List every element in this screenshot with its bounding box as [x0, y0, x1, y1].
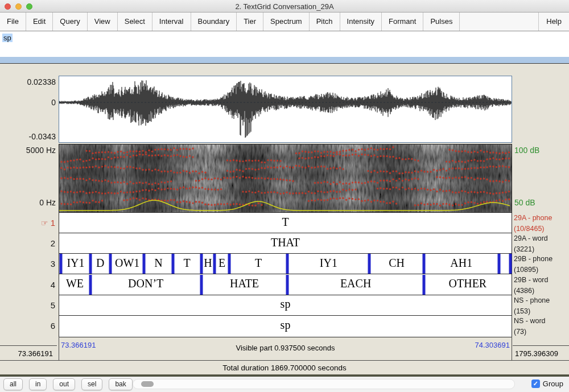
tier3-interval[interactable]: CH [369, 254, 423, 274]
tier3-interval[interactable]: T [229, 254, 288, 274]
interval-boundary[interactable] [89, 254, 92, 274]
interval-label: OTHER [424, 277, 512, 290]
interval-boundary[interactable] [509, 254, 512, 274]
sel-button[interactable]: sel [81, 378, 102, 390]
interval-label: THAT [59, 236, 512, 249]
interval-text-field[interactable]: sp [0, 31, 569, 57]
horizontal-scrollbar[interactable] [133, 379, 515, 389]
spectrogram-panel[interactable] [59, 144, 512, 213]
menu-tier[interactable]: Tier [237, 13, 263, 31]
tier-number-2[interactable]: 2 [23, 238, 55, 248]
interval-boundary[interactable] [286, 254, 289, 274]
menu-intensity[interactable]: Intensity [340, 13, 382, 31]
interval-label: T [173, 257, 201, 270]
tier-row-1[interactable]: T [59, 213, 512, 233]
interval-boundary[interactable] [200, 275, 203, 295]
visible-end-time: 74.303691 [475, 341, 510, 349]
tier-name-label[interactable]: 29A - phone [514, 214, 568, 222]
tier-row-3[interactable]: IY1DOW1NTHETIY1CHAH1 [59, 254, 512, 274]
interval-boundary[interactable] [228, 254, 230, 274]
tier-name-label[interactable]: 29B - word [514, 276, 568, 284]
menu-query[interactable]: Query [53, 13, 87, 31]
interval-boundary[interactable] [286, 275, 289, 295]
scrollbar-thumb[interactable] [141, 381, 154, 387]
interval-boundary[interactable] [200, 254, 203, 274]
tier3-interval[interactable]: AH1 [424, 254, 499, 274]
tier3-interval[interactable]: H [201, 254, 215, 274]
interval-boundary[interactable] [213, 254, 216, 274]
tier6-interval[interactable]: sp [59, 316, 512, 336]
menu-pitch[interactable]: Pitch [310, 13, 340, 31]
tier-name-label[interactable]: NS - word [514, 317, 568, 325]
menu-pulses[interactable]: Pulses [423, 13, 460, 31]
in-button[interactable]: in [29, 378, 47, 390]
interval-label: IY1 [287, 257, 369, 270]
tier4-interval[interactable]: HATE [201, 275, 288, 295]
menu-help[interactable]: Help [538, 13, 569, 31]
tier4-interval[interactable]: OTHER [424, 275, 512, 295]
selected-tier-hand-icon: ☞ [41, 218, 48, 228]
tier-row-6[interactable]: sp [59, 316, 512, 336]
interval-boundary[interactable] [109, 254, 112, 274]
tier1-interval[interactable]: T [59, 213, 512, 233]
tier4-interval[interactable]: DON’T [90, 275, 201, 295]
interval-boundary[interactable] [497, 254, 500, 274]
tier5-interval[interactable]: sp [59, 295, 512, 315]
menu-select[interactable]: Select [118, 13, 152, 31]
tier-number-3[interactable]: 3 [23, 259, 55, 269]
interval-boundary[interactable] [171, 254, 174, 274]
tier3-interval[interactable]: E [215, 254, 229, 274]
tier-number-5[interactable]: 5 [23, 300, 55, 310]
interval-boundary[interactable] [422, 275, 425, 295]
tier-count-label: (10/8465) [514, 225, 568, 233]
interval-boundary[interactable] [89, 275, 92, 295]
tier-name-label[interactable]: 29A - word [514, 234, 568, 242]
tier3-interval[interactable]: IY1 [287, 254, 369, 274]
interval-label: D [90, 257, 110, 270]
menu-view[interactable]: View [88, 13, 118, 31]
interval-boundary[interactable] [368, 254, 371, 274]
tier4-interval[interactable]: EACH [287, 275, 423, 295]
menu-interval[interactable]: Interval [152, 13, 191, 31]
menu-spectrum[interactable]: Spectrum [263, 13, 310, 31]
tier-name-label[interactable]: NS - phone [514, 296, 568, 304]
menu-edit[interactable]: Edit [26, 13, 53, 31]
tier3-interval[interactable]: D [90, 254, 110, 274]
tier-count-label: (4386) [514, 287, 568, 295]
tier-area[interactable]: TTHATIY1DOW1NTHETIY1CHAH1WEDON’THATEEACH… [59, 213, 512, 337]
all-button[interactable]: all [3, 378, 23, 390]
out-button[interactable]: out [53, 378, 75, 390]
interval-boundary[interactable] [60, 254, 63, 274]
tier3-interval[interactable]: IY1 [61, 254, 90, 274]
menu-formant[interactable]: Formant [382, 13, 423, 31]
tier-row-2[interactable]: THAT [59, 233, 512, 254]
tier4-interval[interactable]: WE [59, 275, 90, 295]
tier-row-4[interactable]: WEDON’THATEEACHOTHER [59, 275, 512, 295]
tier2-interval[interactable]: THAT [59, 233, 512, 253]
tier-number-1[interactable]: ☞1 [23, 218, 55, 228]
waveform-panel[interactable] [59, 76, 512, 143]
visible-part-label: Visible part 0.937500 seconds [59, 344, 512, 352]
interval-text-selected[interactable]: sp [2, 34, 13, 42]
tier-name-label[interactable]: 29B - phone [514, 255, 568, 263]
visible-part-bar[interactable]: 73.366191 Visible part 0.937500 seconds … [59, 337, 512, 361]
praat-textgrid-window: 2. TextGrid Conversation_29A FileEditQue… [0, 0, 569, 392]
tier-number-6[interactable]: 6 [23, 321, 55, 331]
group-checkbox[interactable]: ✓ [531, 379, 540, 388]
tier3-interval[interactable]: N [144, 254, 172, 274]
tier-number-4[interactable]: 4 [23, 280, 55, 290]
interval-label: AH1 [424, 257, 499, 270]
tier3-interval[interactable]: OW1 [110, 254, 145, 274]
interval-label: T [229, 257, 288, 270]
bak-button[interactable]: bak [109, 378, 132, 390]
interval-boundary[interactable] [143, 254, 146, 274]
interval-label: T [59, 216, 512, 229]
interval-boundary[interactable] [422, 254, 425, 274]
tier3-interval[interactable]: T [173, 254, 201, 274]
interval-label: OW1 [110, 257, 145, 270]
menu-file[interactable]: File [0, 13, 26, 31]
field-separator [0, 57, 569, 64]
menu-boundary[interactable]: Boundary [191, 13, 237, 31]
total-duration-bar[interactable]: Total duration 1869.700000 seconds [0, 361, 569, 375]
tier-row-5[interactable]: sp [59, 295, 512, 316]
